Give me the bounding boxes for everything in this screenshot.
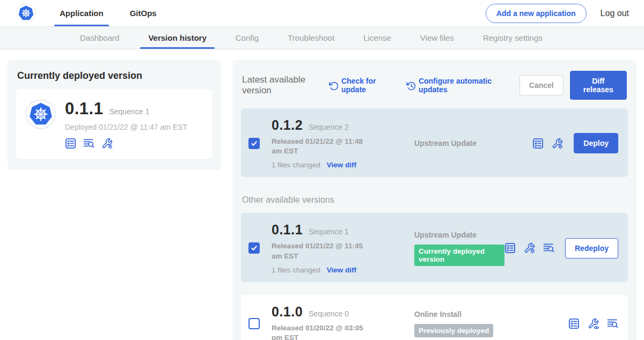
deployed-sequence-label: Sequence 1: [109, 107, 149, 116]
configure-automatic-updates-label: Configure automatic updates: [419, 77, 504, 94]
tab-version-history[interactable]: Version history: [134, 27, 221, 49]
configure-automatic-updates-link[interactable]: Configure automatic updates: [406, 77, 504, 94]
version-row-0-1-0: 0.1.0 Sequence 0 Released 01/20/22 @ 03:…: [241, 295, 628, 340]
version-checkbox[interactable]: [248, 138, 260, 149]
version-number: 0.1.0: [272, 304, 303, 320]
auto-update-clock-icon: [406, 81, 415, 90]
files-changed-label: 1 files changed: [272, 161, 320, 169]
preflight-checklist-icon[interactable]: [532, 138, 544, 149]
released-timestamp: Released 01/21/22 @ 11:45 am EST: [272, 241, 374, 261]
redeploy-button[interactable]: Redeploy: [565, 238, 618, 258]
add-new-application-button[interactable]: Add a new application: [486, 4, 587, 23]
version-number: 0.1.2: [272, 117, 303, 133]
refresh-icon: [329, 81, 338, 90]
kubernetes-logo: [16, 3, 36, 23]
wrench-gear-icon[interactable]: [552, 138, 563, 149]
view-files-icon[interactable]: [83, 138, 94, 149]
app-logo-icon: [26, 99, 56, 129]
wrench-gear-icon[interactable]: [524, 242, 535, 254]
version-checkbox[interactable]: [248, 318, 260, 329]
deploy-button[interactable]: Deploy: [574, 133, 618, 153]
tab-troubleshoot[interactable]: Troubleshoot: [273, 27, 349, 49]
tab-registry-settings[interactable]: Registry settings: [469, 27, 557, 49]
tab-config[interactable]: Config: [221, 27, 273, 49]
sequence-label: Sequence 0: [309, 309, 349, 318]
wrench-eye-icon[interactable]: [588, 318, 599, 329]
deployed-version-number: 0.1.1: [65, 99, 103, 119]
deployed-timestamp: Deployed 01/21/22 @ 11:47 am EST: [65, 123, 187, 131]
released-timestamp: Released 01/21/22 @ 11:48 am EST: [272, 137, 374, 156]
top-tab-gitops[interactable]: GitOps: [129, 0, 158, 26]
sequence-label: Sequence 1: [309, 227, 349, 236]
view-files-icon[interactable]: [607, 318, 618, 329]
top-nav-tabs: Application GitOps: [58, 0, 182, 26]
currently-deployed-panel: Currently deployed version 0.1.1 Sequenc…: [8, 60, 221, 170]
app-sub-nav: Dashboard Version history Config Trouble…: [0, 27, 644, 49]
version-source-label: Online Install: [414, 310, 568, 319]
latest-available-title: Latest available version: [242, 75, 323, 96]
released-timestamp: Released 01/20/22 @ 03:05 pm EST: [272, 323, 374, 340]
tab-license[interactable]: License: [349, 27, 406, 49]
logout-button[interactable]: Log out: [601, 9, 629, 18]
check-for-update-label: Check for update: [341, 77, 391, 94]
version-row-0-1-2: 0.1.2 Sequence 2 Released 01/21/22 @ 11:…: [241, 108, 628, 177]
sequence-label: Sequence 2: [309, 123, 349, 131]
tab-view-files[interactable]: View files: [406, 27, 469, 49]
diff-releases-button[interactable]: Diff releases: [570, 71, 627, 100]
currently-deployed-badge: Currently deployed version: [414, 245, 504, 266]
cancel-button[interactable]: Cancel: [519, 75, 564, 95]
view-diff-link[interactable]: View diff: [327, 161, 356, 169]
preflight-checklist-icon[interactable]: [504, 242, 516, 254]
top-nav: Application GitOps Add a new application…: [0, 0, 644, 27]
other-available-versions-title: Other available versions: [242, 195, 627, 205]
view-diff-link[interactable]: View diff: [327, 266, 356, 274]
version-source-label: Upstream Update: [414, 231, 504, 239]
check-for-update-link[interactable]: Check for update: [329, 77, 391, 94]
version-number: 0.1.1: [272, 222, 303, 238]
version-row-0-1-1: 0.1.1 Sequence 1 Released 01/21/22 @ 11:…: [241, 213, 628, 282]
preflight-checklist-icon[interactable]: [65, 138, 76, 149]
currently-deployed-title: Currently deployed version: [17, 70, 213, 82]
previously-deployed-badge: Previously deployed: [414, 324, 493, 337]
top-tab-application[interactable]: Application: [58, 0, 105, 26]
files-changed-label: 1 files changed: [272, 266, 320, 274]
view-files-icon[interactable]: [543, 242, 554, 254]
tab-dashboard[interactable]: Dashboard: [65, 27, 134, 49]
wrench-gear-icon[interactable]: [101, 138, 113, 149]
available-versions-panel: Latest available version Check for updat…: [232, 60, 636, 340]
version-checkbox[interactable]: [248, 242, 260, 254]
preflight-checklist-icon[interactable]: [568, 318, 580, 329]
deployed-version-card: 0.1.1 Sequence 1 Deployed 01/21/22 @ 11:…: [16, 89, 213, 159]
version-source-label: Upstream Update: [414, 139, 532, 147]
